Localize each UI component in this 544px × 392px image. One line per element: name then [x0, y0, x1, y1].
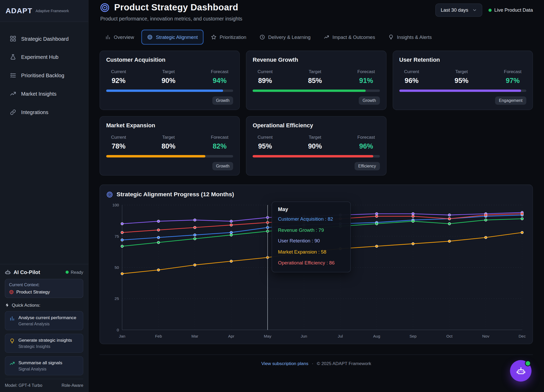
current-context-value: Product Strategy [16, 289, 50, 295]
svg-text:Aug: Aug [373, 334, 380, 338]
tooltip-entry: User Retention : 90 [278, 236, 345, 247]
date-range-select[interactable]: Last 30 days [436, 3, 482, 17]
sidebar-item-label: Integrations [21, 109, 48, 115]
app-logo: ADAPT Adaptive Framework [0, 0, 88, 22]
kpi-card-market-expansion: Market ExpansionCurrent78%Target80%Forec… [100, 116, 240, 176]
svg-text:50: 50 [115, 265, 119, 270]
target-value: 80% [162, 142, 176, 150]
sidebar-item-label: Market Insights [21, 91, 57, 97]
tab-impact-outcomes[interactable]: Impact & Outcomes [318, 30, 381, 44]
tab-bar: OverviewStrategic AlignmentPrioritizatio… [100, 30, 533, 44]
quick-action-title: Generate strategic insights [18, 338, 72, 343]
target-value: 85% [308, 77, 322, 85]
tab-prioritization[interactable]: Prioritization [205, 30, 252, 44]
target-label: Target [308, 135, 322, 140]
bolt-icon [5, 303, 9, 307]
current-value: 95% [257, 142, 273, 150]
live-data-label: Live Product Data [494, 7, 533, 13]
kpi-badge: Growth [359, 96, 380, 105]
copilot-panel: AI Co-Pilot Ready Current Context: Produ… [0, 264, 88, 392]
clock-icon [260, 34, 265, 40]
current-label: Current [404, 69, 419, 74]
target-icon [100, 2, 110, 13]
live-data-indicator: Live Product Data [489, 7, 533, 13]
tab-insights-alerts[interactable]: Insights & Alerts [383, 30, 437, 44]
target-label: Target [308, 69, 322, 74]
kpi-card-user-retention: User RetentionCurrent96%Target95%Forecas… [393, 51, 533, 110]
sidebar-nav: Strategic DashboardExperiment HubPriorit… [0, 22, 88, 120]
tab-delivery-learning[interactable]: Delivery & Learning [254, 30, 316, 44]
tab-label: Strategic Alignment [156, 34, 198, 40]
bulb-icon [9, 338, 15, 344]
quick-action-subtitle: General Analysis [18, 321, 76, 326]
svg-text:75: 75 [115, 234, 119, 239]
tab-label: Insights & Alerts [397, 34, 432, 40]
target-icon [147, 34, 153, 40]
tab-strategic-alignment[interactable]: Strategic Alignment [142, 30, 203, 44]
quick-action-analyse-current-performance[interactable]: Analyse current performanceGeneral Analy… [5, 311, 83, 330]
kpi-title: Customer Acquisition [106, 57, 233, 63]
date-range-value: Last 30 days [441, 7, 468, 13]
current-value: 92% [111, 77, 126, 85]
forecast-label: Forecast [504, 69, 521, 74]
sidebar-item-prioritised-backlog[interactable]: Prioritised Backlog [4, 68, 84, 83]
copilot-title: AI Co-Pilot [13, 269, 40, 275]
footer-separator: · [312, 361, 313, 366]
tab-overview[interactable]: Overview [100, 30, 140, 44]
current-label: Current [111, 69, 126, 74]
sidebar-item-integrations[interactable]: Integrations [4, 104, 84, 120]
ai-assistant-fab[interactable] [510, 360, 532, 382]
svg-text:Feb: Feb [155, 334, 162, 338]
kpi-progress-fill [253, 155, 374, 157]
quick-actions-label: Quick Actions: [12, 303, 40, 308]
app-tagline: Adaptive Framework [36, 9, 69, 13]
svg-text:Jun: Jun [301, 334, 307, 338]
bar-chart-icon [105, 34, 110, 40]
sidebar-item-experiment-hub[interactable]: Experiment Hub [4, 49, 84, 65]
forecast-label: Forecast [211, 69, 228, 74]
sidebar: ADAPT Adaptive Framework Strategic Dashb… [0, 0, 88, 392]
svg-text:May: May [264, 334, 271, 338]
kpi-card-operational-efficiency: Operational EfficiencyCurrent95%Target90… [246, 116, 386, 176]
copilot-status-label: Ready [71, 270, 83, 275]
kpi-stats: Current92%Target90%Forecast94% [106, 69, 233, 85]
robot-icon [516, 366, 525, 375]
status-dot-icon [66, 271, 69, 274]
kpi-progress-track [106, 155, 233, 157]
svg-text:Sep: Sep [409, 334, 416, 338]
target-label: Target [162, 135, 176, 140]
current-label: Current [257, 69, 273, 74]
bulb-icon [388, 34, 394, 40]
kpi-badge: Efficiency [354, 162, 380, 170]
sidebar-item-label: Prioritised Backlog [21, 73, 64, 79]
copilot-status: Ready [66, 270, 83, 275]
chart-card: Strategic Alignment Progress (12 Months)… [100, 185, 533, 344]
live-dot-icon [489, 9, 492, 12]
target-label: Target [455, 69, 469, 74]
trend-up-icon [9, 361, 15, 366]
quick-action-summarise-all-signals[interactable]: Summarise all signalsSignal Analysis [5, 356, 83, 375]
sidebar-item-market-insights[interactable]: Market Insights [4, 86, 84, 102]
checklist-icon [10, 72, 16, 79]
bar-chart-icon [9, 316, 15, 321]
page-header: Product Strategy Dashboard Product perfo… [100, 2, 533, 22]
chevron-down-icon [472, 8, 477, 12]
current-value: 89% [257, 77, 273, 85]
trend-up-icon [10, 90, 16, 97]
subscription-link[interactable]: View subscription plans [261, 361, 308, 366]
quick-action-generate-strategic-insights[interactable]: Generate strategic insightsStrategic Ins… [5, 334, 83, 353]
svg-text:25: 25 [115, 296, 119, 301]
grid-icon [10, 35, 16, 42]
forecast-label: Forecast [357, 135, 375, 140]
svg-text:Jul: Jul [338, 334, 343, 338]
svg-text:Jan: Jan [119, 334, 125, 338]
trend-up-icon [324, 34, 329, 40]
target-icon [9, 290, 14, 295]
kpi-progress-fill [106, 155, 205, 157]
quick-action-title: Summarise all signals [18, 360, 62, 365]
target-icon [106, 191, 113, 198]
sidebar-item-strategic-dashboard[interactable]: Strategic Dashboard [4, 31, 84, 46]
alignment-chart[interactable]: 0255075100JanFebMarAprMayJunJulAugSepOct… [106, 201, 526, 342]
current-context-label: Current Context: [9, 282, 79, 287]
tab-label: Delivery & Learning [268, 34, 310, 40]
